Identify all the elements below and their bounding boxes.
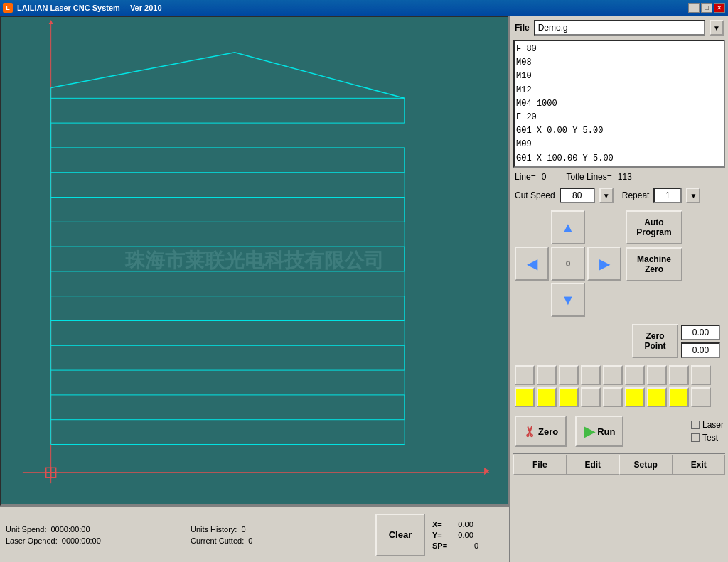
code-line: G01 X 100.00 Y 5.00 xyxy=(516,152,722,166)
grid-button-6[interactable] xyxy=(647,365,667,385)
grid-buttons xyxy=(513,362,725,410)
current-cutted-row: Current Cutted: 0 xyxy=(191,536,368,545)
run-arrow-icon: ▶ xyxy=(584,423,594,440)
file-dropdown-button[interactable]: ▼ xyxy=(710,20,724,36)
repeat-label: Repeat xyxy=(622,190,650,200)
pad-empty-tr xyxy=(587,210,621,244)
grid-button-5[interactable] xyxy=(625,365,645,385)
grid-button-15[interactable] xyxy=(647,387,667,407)
grid-button-9[interactable] xyxy=(515,387,535,407)
grid-button-12[interactable] xyxy=(581,387,601,407)
canvas-area: 珠海市莱联光电科技有限公司 Unit Spend: 0000:00:00 Las… xyxy=(0,16,509,562)
run-button[interactable]: ▶ Run xyxy=(575,416,623,447)
scissors-icon: ✂ xyxy=(521,426,538,438)
laser-opened-row: Laser Opened: 0000:00:00 xyxy=(6,536,183,545)
up-button[interactable] xyxy=(551,210,585,244)
line-value: 0 xyxy=(542,172,547,182)
menu-button-exit[interactable]: Exit xyxy=(673,455,726,475)
grid-button-14[interactable] xyxy=(625,387,645,407)
zero-value-1[interactable]: 0.00 xyxy=(681,325,720,340)
zero-point-button[interactable]: Zero Point xyxy=(632,324,678,358)
status-left: Unit Spend: 0000:00:00 Laser Opened: 000… xyxy=(6,525,183,545)
code-line: M10 xyxy=(516,70,722,83)
right-buttons: Auto Program Machine Zero xyxy=(626,210,682,317)
grid-button-1[interactable] xyxy=(537,365,557,385)
grid-button-10[interactable] xyxy=(537,387,557,407)
total-label: Totle Lines= xyxy=(566,172,611,182)
x-coord-row: X= 0.00 xyxy=(432,520,503,529)
left-button[interactable] xyxy=(515,247,549,281)
zero-value-2[interactable]: 0.00 xyxy=(681,342,720,358)
speed-row: Cut Speed ▼ Repeat ▼ xyxy=(513,186,725,205)
test-checkbox[interactable] xyxy=(691,433,700,442)
right-panel: File ▼ F 80M08M10M12M04 1000F 20G01 X 0.… xyxy=(509,16,728,562)
test-checkbox-row: Test xyxy=(691,433,724,443)
units-history-row: Units History: 0 xyxy=(191,525,368,534)
right-arrow-icon xyxy=(599,255,610,272)
app-icon: L xyxy=(3,3,13,13)
test-label: Test xyxy=(702,433,718,443)
y-label: Y= xyxy=(432,531,442,539)
sp-label: SP= xyxy=(432,541,447,550)
laser-opened-label: Laser Opened: xyxy=(6,536,58,545)
zero-section: Zero Point 0.00 0.00 xyxy=(513,323,725,360)
close-button[interactable]: ✕ xyxy=(714,3,725,13)
app-version: Ver 2010 xyxy=(130,4,162,12)
down-button[interactable] xyxy=(551,283,585,317)
auto-program-button[interactable]: Auto Program xyxy=(626,210,682,244)
laser-checkbox[interactable] xyxy=(691,421,700,429)
code-line: M08 xyxy=(516,166,722,166)
grid-button-13[interactable] xyxy=(603,387,623,407)
grid-button-16[interactable] xyxy=(669,387,689,407)
code-line: M04 1000 xyxy=(516,97,722,111)
zero-label: Zero xyxy=(538,426,558,437)
code-line: M09 xyxy=(516,138,722,151)
menu-button-edit[interactable]: Edit xyxy=(567,455,620,475)
grid-button-0[interactable] xyxy=(515,365,535,385)
canvas-viewport: 珠海市莱联光电科技有限公司 xyxy=(0,16,509,506)
current-cutted-value: 0 xyxy=(248,536,252,545)
zero-btn-row: Zero Point 0.00 0.00 xyxy=(632,324,720,358)
svg-rect-0 xyxy=(1,17,508,504)
grid-button-11[interactable] xyxy=(559,387,579,407)
repeat-dropdown[interactable]: ▼ xyxy=(686,188,700,203)
grid-button-3[interactable] xyxy=(581,365,601,385)
file-input[interactable] xyxy=(534,20,705,36)
down-arrow-icon xyxy=(561,292,575,308)
grid-button-2[interactable] xyxy=(559,365,579,385)
unit-spend-label: Unit Spend: xyxy=(6,525,46,534)
maximize-button[interactable]: □ xyxy=(701,3,712,13)
menu-button-file[interactable]: File xyxy=(513,455,567,475)
laser-opened-value: 0000:00:00 xyxy=(62,536,101,545)
zero-button[interactable]: ✂ Zero xyxy=(515,416,567,447)
right-button[interactable] xyxy=(587,247,621,281)
units-history-label: Units History: xyxy=(191,525,237,534)
line-label: Line= xyxy=(515,172,536,182)
center-button[interactable]: 0 xyxy=(551,247,585,281)
machine-zero-button[interactable]: Machine Zero xyxy=(626,247,682,281)
grid-button-8[interactable] xyxy=(691,365,711,385)
cut-speed-dropdown[interactable]: ▼ xyxy=(599,188,614,203)
bottom-action-row: ✂ Zero ▶ Run Laser Test xyxy=(513,413,725,450)
cut-speed-input[interactable] xyxy=(560,188,595,203)
center-zero-label: 0 xyxy=(566,259,570,268)
grid-button-17[interactable] xyxy=(691,387,711,407)
minimize-button[interactable]: _ xyxy=(688,3,700,13)
canvas-svg xyxy=(1,17,508,504)
menu-button-setup[interactable]: Setup xyxy=(619,455,673,475)
run-label: Run xyxy=(597,426,615,437)
repeat-input[interactable] xyxy=(653,188,682,203)
code-line: G01 X 0.00 Y 5.00 xyxy=(516,124,722,138)
code-list[interactable]: F 80M08M10M12M04 1000F 20G01 X 0.00 Y 5.… xyxy=(515,41,724,166)
pad-empty-tl xyxy=(515,210,549,244)
code-line: M08 xyxy=(516,56,722,70)
grid-button-7[interactable] xyxy=(669,365,689,385)
laser-checkbox-row: Laser xyxy=(691,420,724,430)
status-bar: Unit Spend: 0000:00:00 Laser Opened: 000… xyxy=(0,506,509,562)
x-value: 0.00 xyxy=(445,520,473,529)
clear-button[interactable]: Clear xyxy=(375,514,425,556)
checkbox-group: Laser Test xyxy=(691,420,724,443)
app-title: LAILIAN Laser CNC System xyxy=(17,4,120,12)
laser-label: Laser xyxy=(702,420,724,430)
grid-button-4[interactable] xyxy=(603,365,623,385)
